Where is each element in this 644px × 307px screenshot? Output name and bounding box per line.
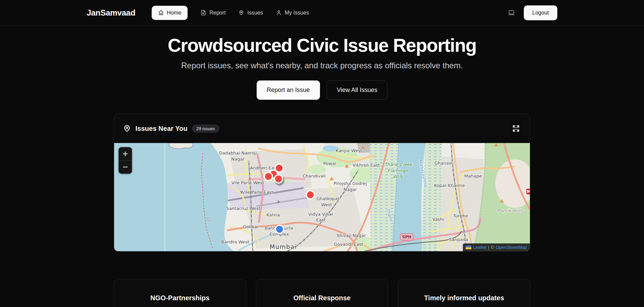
map-pin-icon xyxy=(123,124,131,133)
map-label: Ghatkopar xyxy=(317,196,340,201)
openstreetmap-link[interactable]: OpenStreetMap xyxy=(496,245,527,250)
map-label: Vidya Vihar xyxy=(308,212,334,217)
issues-map-card: Issues Near You 29 issues xyxy=(114,114,530,252)
map-label: Shivaji Nagar xyxy=(337,233,366,238)
map-label: Powai xyxy=(323,161,336,166)
map-label: Vile Parle West xyxy=(232,180,264,185)
copyright-symbol: © xyxy=(491,245,494,250)
map-label: Turbhe xyxy=(453,213,468,218)
map-label: Parsik Hills xyxy=(497,208,523,213)
view-all-issues-button[interactable]: View All Issues xyxy=(327,80,388,100)
nav-item-label: My Issues xyxy=(285,10,309,16)
map-label: Flamingo xyxy=(387,168,408,173)
nav-item-my-issues[interactable]: My Issues xyxy=(276,10,309,16)
map-label: Kanjur West xyxy=(336,148,362,153)
expand-map-button[interactable] xyxy=(511,123,521,134)
map-label: Bandra West xyxy=(221,239,249,244)
brand-logo: JanSamvaad xyxy=(87,8,135,18)
zoom-in-button[interactable]: + xyxy=(119,147,132,160)
features-row: NGO-Partnerships Collaborating with NGO'… xyxy=(114,279,530,307)
issue-count-badge: 29 issues xyxy=(192,124,219,133)
issue-marker[interactable] xyxy=(275,175,283,183)
map-label: Nagar xyxy=(231,157,245,162)
svg-text:SPH: SPH xyxy=(402,235,411,239)
svg-text:M: M xyxy=(527,189,530,194)
user-icon xyxy=(276,10,282,16)
page-subtitle: Report issues, see what's nearby, and tr… xyxy=(0,61,644,70)
map-label: Nagar xyxy=(344,187,357,192)
map-label: Dadabhai Naoroji xyxy=(219,150,257,156)
report-issue-button[interactable]: Report an Issue xyxy=(257,80,320,100)
map-label: East xyxy=(316,217,325,222)
map-card-title: Issues Near You xyxy=(135,125,188,133)
map-label: Vashi xyxy=(432,217,444,222)
feature-title: Timely informed updates xyxy=(408,294,520,302)
logout-button[interactable]: Logout xyxy=(524,5,557,20)
attribution-separator: | xyxy=(488,245,489,250)
feature-card-timely-updates: Timely informed updates Real-time Update… xyxy=(398,279,530,307)
map-attribution: Leaflet | © OpenStreetMap xyxy=(463,243,530,251)
issue-marker[interactable] xyxy=(264,172,273,181)
map-label: Vile Parle East xyxy=(242,190,273,195)
nav-item-issues[interactable]: Issues xyxy=(238,10,263,16)
feature-card-official-response: Official Response Track progress as loca… xyxy=(256,279,388,307)
ukraine-flag-icon xyxy=(466,245,471,249)
map-label: Vikhroli East xyxy=(352,163,380,168)
map-label: Chandivali xyxy=(302,173,325,179)
map-label: Sanpada xyxy=(449,237,468,242)
nav-item-label: Report xyxy=(209,10,226,16)
map-tiles: ✈ ✈ xyxy=(114,143,530,251)
page-title: Crowdsourced Civic Issue Reporting xyxy=(0,34,644,56)
map-zoom-control: + − xyxy=(119,147,132,174)
navbar: JanSamvaad Home Report xyxy=(0,0,644,26)
map-label: Mumbai xyxy=(270,243,297,250)
map-pin-icon xyxy=(238,10,244,16)
zoom-out-button[interactable]: − xyxy=(119,161,132,173)
main-nav: Home Report Issues xyxy=(152,6,309,20)
home-icon xyxy=(158,10,164,16)
map-label: Kalina xyxy=(266,212,280,217)
issue-marker[interactable] xyxy=(306,191,315,199)
map-label: Thane Creek xyxy=(384,162,413,167)
nav-item-report[interactable]: Report xyxy=(200,10,226,16)
leaflet-map[interactable]: ✈ ✈ xyxy=(114,143,530,251)
nav-item-home[interactable]: Home xyxy=(152,6,188,20)
road-shield: SPH xyxy=(400,234,413,240)
hero-section: Crowdsourced Civic Issue Reporting Repor… xyxy=(0,34,644,100)
nav-item-label: Issues xyxy=(247,10,263,16)
page: JanSamvaad Home Report xyxy=(0,0,644,307)
expand-icon xyxy=(512,125,520,132)
feature-title: Official Response xyxy=(266,294,379,302)
map-label: Pirojsha Godrej xyxy=(334,181,367,186)
nav-item-label: Home xyxy=(167,10,181,16)
feature-title: NGO-Partnerships xyxy=(124,294,236,302)
map-label: West xyxy=(321,202,332,207)
map-label: Ghansoli xyxy=(434,161,453,166)
map-label: Kopar Khairne xyxy=(434,183,465,188)
laptop-icon xyxy=(508,9,515,16)
map-label: Govandi East xyxy=(334,242,363,247)
feature-card-ngo: NGO-Partnerships Collaborating with NGO'… xyxy=(114,279,246,307)
map-label: Golibar xyxy=(243,224,259,229)
map-label: Santacruz West xyxy=(226,206,260,211)
map-label: Mahape xyxy=(464,173,482,179)
map-label: WLS xyxy=(393,174,403,179)
leaflet-link[interactable]: Leaflet xyxy=(473,245,486,250)
map-card-header: Issues Near You 29 issues xyxy=(114,114,530,143)
file-text-icon xyxy=(200,10,206,16)
metro-shield: M xyxy=(526,188,530,195)
issue-marker[interactable] xyxy=(276,225,284,233)
